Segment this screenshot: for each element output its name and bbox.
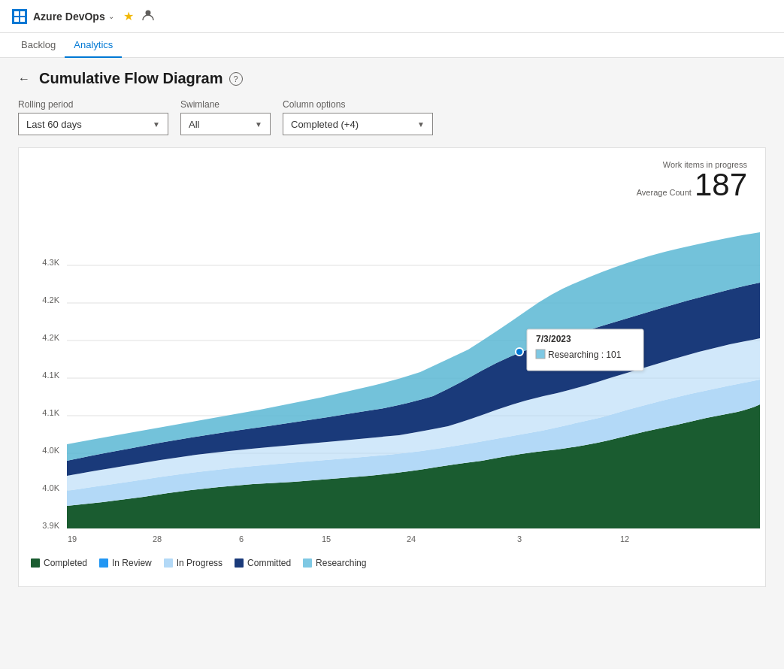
svg-text:19: 19 [68,534,77,543]
swimlane-label: Swimlane [180,99,271,110]
rolling-period-control: Rolling period Last 60 days ▼ [18,99,168,135]
svg-text:4.0K: 4.0K [42,483,59,492]
legend-item-completed: Completed [31,558,87,568]
svg-text:3: 3 [517,534,522,543]
legend-label-researching: Researching [316,558,366,568]
rolling-period-value: Last 60 days [26,119,82,130]
controls-row: Rolling period Last 60 days ▼ Swimlane A… [18,99,766,135]
legend-label-committed: Committed [247,558,291,568]
svg-text:7/3/2023: 7/3/2023 [536,334,571,344]
person-icon[interactable] [141,8,155,25]
help-icon[interactable]: ? [229,72,243,86]
svg-text:4.2K: 4.2K [42,333,59,342]
column-options-control: Column options Completed (+4) ▼ [283,99,433,135]
app-name[interactable]: Azure DevOps [33,11,105,23]
legend-color-inprogress [164,558,173,568]
tab-analytics[interactable]: Analytics [65,33,122,58]
legend-color-inreview [99,558,108,568]
swimlane-select[interactable]: All ▼ [180,113,271,135]
svg-text:4.1K: 4.1K [42,371,59,380]
svg-rect-1 [20,11,25,16]
column-options-value: Completed (+4) [291,119,359,130]
svg-point-31 [516,348,523,356]
legend-label-inreview: In Review [112,558,152,568]
svg-text:24: 24 [407,534,416,543]
svg-text:28: 28 [153,534,162,543]
svg-text:6: 6 [239,534,244,543]
swimlane-chevron-icon: ▼ [255,120,262,129]
svg-text:4.0K: 4.0K [42,446,59,455]
legend-color-researching [303,558,312,568]
svg-text:4.2K: 4.2K [42,295,59,304]
app-icon [12,9,27,24]
page-content: ← Cumulative Flow Diagram ? Rolling peri… [0,58,784,669]
svg-text:3.9K: 3.9K [42,521,59,530]
svg-rect-34 [536,350,545,359]
top-bar: Azure DevOps ⌄ ★ [0,0,784,33]
page-title: Cumulative Flow Diagram [39,70,223,87]
svg-rect-0 [14,11,19,16]
legend-color-completed [31,558,40,568]
rolling-period-chevron-icon: ▼ [153,120,160,129]
svg-text:12: 12 [620,534,629,543]
app-chevron-icon[interactable]: ⌄ [108,12,114,20]
legend-item-researching: Researching [303,558,366,568]
legend-label-inprogress: In Progress [177,558,222,568]
column-options-chevron-icon: ▼ [417,120,425,129]
rolling-period-label: Rolling period [18,99,168,110]
tab-backlog[interactable]: Backlog [12,33,65,58]
favorite-icon[interactable]: ★ [123,9,134,23]
nav-tabs: Backlog Analytics [0,33,784,58]
svg-text:4.1K: 4.1K [42,408,59,417]
legend-item-inreview: In Review [99,558,152,568]
column-options-select[interactable]: Completed (+4) ▼ [283,113,433,135]
back-button[interactable]: ← [18,72,30,86]
svg-text:4.3K: 4.3K [42,258,59,267]
swimlane-value: All [189,119,199,130]
chart-legend: Completed In Review In Progress Committe… [31,552,753,574]
svg-rect-2 [14,17,19,22]
swimlane-control: Swimlane All ▼ [180,99,271,135]
chart-svg-wrapper[interactable]: 3.9K 4.0K 4.0K 4.1K 4.1K 4.2K 4.2K 4.3K [31,160,753,546]
chart-container: Work items in progress Average Count 187… [18,147,766,587]
rolling-period-select[interactable]: Last 60 days ▼ [18,113,168,135]
column-options-label: Column options [283,99,433,110]
svg-text:15: 15 [322,534,331,543]
svg-text:Researching : 101: Researching : 101 [548,350,622,360]
page-header: ← Cumulative Flow Diagram ? [18,70,766,87]
svg-rect-3 [20,17,25,22]
legend-item-committed: Committed [235,558,291,568]
legend-color-committed [235,558,244,568]
legend-item-inprogress: In Progress [164,558,222,568]
legend-label-completed: Completed [44,558,87,568]
chart-svg: 3.9K 4.0K 4.0K 4.1K 4.1K 4.2K 4.2K 4.3K [31,160,767,543]
